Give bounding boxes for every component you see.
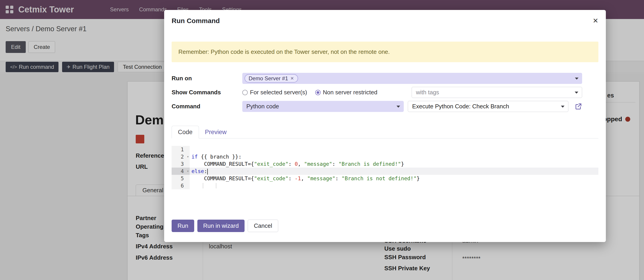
fold-arrow-icon[interactable]: ▾ [187,153,189,160]
code-token: "exit_code" [254,176,288,181]
code-line[interactable] [190,146,598,153]
run-on-input[interactable]: Demo Server #1 ✕ [242,73,582,84]
code-token: : [332,161,338,167]
warning-alert-text: Remember: Python code is executed on the… [178,48,390,55]
code-token: , [301,176,307,181]
code-token: -1 [295,176,301,181]
tab-preview[interactable]: Preview [199,126,233,138]
code-token: : [288,176,295,181]
code-line[interactable]: else: [190,168,598,175]
command-label: Command [172,103,242,110]
fold-arrow-icon[interactable]: ▾ [187,168,189,175]
modal-footer: Run Run in wizard Cancel [172,220,278,232]
code-token: "message" [307,176,335,181]
warning-alert: Remember: Python code is executed on the… [172,42,598,62]
caret-down-icon [396,106,400,108]
code-token: if [192,154,198,160]
tag-remove-icon[interactable]: ✕ [290,76,294,81]
modal-header: Run Command ✕ [164,10,606,25]
code-token: : [288,161,295,167]
form-row-command: Command Python code Execute Python Code:… [172,101,598,112]
gutter-line-number[interactable]: 3 [172,160,190,168]
gutter-line-number[interactable]: 4▾ [172,168,190,175]
with-tags-select[interactable]: with tags [412,87,582,98]
text-cursor [207,169,208,175]
modal-title: Run Command [172,17,220,25]
server-tag-label: Demo Server #1 [248,75,288,82]
code-editor[interactable]: 12▾34▾56 if {{ branch }}: COMMAND_RESULT… [172,146,598,189]
code-line[interactable] [190,182,598,189]
editor-gutter: 12▾34▾56 [172,146,190,189]
code-line[interactable]: COMMAND_RESULT={"exit_code": -1, "messag… [190,175,598,182]
code-token: } [401,161,404,167]
run-command-form: Run on Demo Server #1 ✕ Show Commands [172,73,598,112]
gutter-line-number[interactable]: 1 [172,146,190,153]
code-token: "message" [304,161,332,167]
run-in-wizard-button[interactable]: Run in wizard [197,220,245,232]
run-command-modal: Run Command ✕ Remember: Python code is e… [164,10,606,242]
code-token: COMMAND_RESULT={ [192,176,254,181]
code-token: } [416,176,420,181]
cancel-button[interactable]: Cancel [248,220,278,232]
code-token: , [298,161,304,167]
caret-down-icon [575,78,578,80]
code-token: COMMAND_RESULT={ [192,161,254,167]
code-token: "Branch is not defined!" [342,176,416,181]
editor-code[interactable]: if {{ branch }}: COMMAND_RESULT={"exit_c… [190,146,598,189]
code-token: "Branch is defined!" [338,161,401,167]
caret-down-icon [575,92,578,94]
indent-guide [216,183,216,188]
run-button[interactable]: Run [172,220,194,232]
code-token: else [192,168,204,174]
command-select-value: Execute Python Code: Check Branch [412,103,509,110]
code-token: {{ branch }}: [198,154,242,160]
code-token: : [204,168,207,174]
external-link-icon[interactable] [574,103,582,110]
code-line[interactable]: COMMAND_RESULT={"exit_code": 0, "message… [190,160,598,168]
tab-code[interactable]: Code [172,126,199,138]
command-type-select[interactable]: Python code [242,101,404,112]
radio-non-server-restricted-label: Non server restricted [323,89,377,96]
with-tags-placeholder: with tags [416,89,439,96]
gutter-line-number[interactable]: 2▾ [172,153,190,160]
command-type-value: Python code [246,103,279,110]
gutter-line-number[interactable]: 6 [172,182,190,189]
radio-circle-icon[interactable] [242,90,248,95]
gutter-line-number[interactable]: 5 [172,175,190,182]
form-row-show-commands: Show Commands For selected server(s) Non… [172,87,598,98]
command-select[interactable]: Execute Python Code: Check Branch [408,101,568,112]
form-row-run-on: Run on Demo Server #1 ✕ [172,73,598,84]
radio-selected-icon[interactable] [315,90,321,95]
radio-for-selected-servers-label: For selected server(s) [250,89,307,96]
code-token: : [335,176,342,181]
code-token: 0 [295,161,298,167]
code-line[interactable]: if {{ branch }}: [190,153,598,160]
caret-down-icon [561,106,564,108]
code-token: "exit_code" [254,161,288,167]
indent-guide [203,183,203,188]
app-root: Cetmix Tower ServersCommandsFilesToolsSe… [0,0,644,280]
show-commands-label: Show Commands [172,89,242,96]
modal-tabs: Code Preview [172,126,598,138]
close-icon[interactable]: ✕ [593,17,598,25]
server-tag-chip[interactable]: Demo Server #1 ✕ [244,74,298,83]
run-on-label: Run on [172,75,242,82]
radio-for-selected-servers[interactable]: For selected server(s) [242,89,307,96]
radio-non-server-restricted[interactable]: Non server restricted [315,89,377,96]
